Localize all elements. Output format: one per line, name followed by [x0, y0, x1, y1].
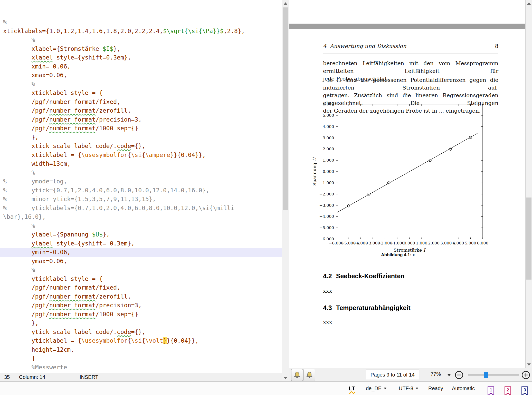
svg-text:−5.000: −5.000 [319, 225, 334, 230]
languagetool-icon[interactable]: LT [349, 382, 355, 395]
code-token: number format [49, 107, 96, 114]
code-line[interactable]: \bar},16.0}, [0, 212, 282, 221]
pdf-running-header: 4 Auswertung und Diskussion 8 [323, 43, 498, 49]
code-line[interactable]: }, [0, 319, 282, 328]
chevron-down-icon [416, 388, 418, 389]
status-line-number: 35 [4, 374, 10, 380]
code-line[interactable]: % [0, 168, 282, 177]
text-line: In ... sind die gemessenen Potentialdiff… [323, 76, 498, 92]
code-line[interactable]: /pgf/number format/fixed, [0, 97, 282, 106]
code-line[interactable]: % [0, 221, 282, 230]
code-editor[interactable]: %xticklabels={1.0,1.2,1.4,1.6,1.8,2.0,2.… [0, 0, 282, 373]
code-token: { [128, 337, 131, 344]
code-line[interactable]: yticklabel = {\usesymbolfor{\si{\volt}}{… [0, 336, 282, 345]
editor-scrollbar[interactable] [282, 0, 289, 381]
zoom-dropdown-icon[interactable] [448, 374, 451, 376]
code-token: { [142, 337, 145, 344]
code-token: ylabel={Spannung [3, 231, 92, 238]
svg-text:0.000: 0.000 [323, 169, 334, 174]
code-line[interactable]: xtick scale label code/.code={}, [0, 142, 282, 151]
code-line[interactable]: /pgf/number format/fixed, [0, 283, 282, 292]
code-line[interactable]: ylabel={Spannung $U$}, [0, 230, 282, 239]
svg-text:1.000: 1.000 [323, 158, 334, 163]
code-line[interactable]: ytick scale label code/.code={}, [0, 328, 282, 337]
code-line[interactable]: width=13cm, [0, 159, 282, 168]
svg-text:3.000: 3.000 [440, 241, 452, 245]
bookmark-2-icon[interactable]: 2 [504, 384, 512, 395]
code-line[interactable]: ymin=-0.06, [0, 248, 282, 257]
code-line[interactable]: /pgf/number format/precision=3, [0, 301, 282, 310]
svg-text:2.000: 2.000 [428, 241, 439, 245]
page-range-field[interactable]: Pages 9 to 11 of 14 [366, 370, 419, 380]
code-line[interactable]: /pgf/number format/1000 sep={} [0, 124, 282, 133]
code-line[interactable]: %Messwerte [0, 363, 282, 372]
code-line[interactable]: % [0, 80, 282, 89]
pdf-scrollbar-thumb[interactable] [526, 198, 531, 280]
code-token: xmin=-0.06, [3, 63, 71, 70]
code-line[interactable]: xlabel={Stromstärke $I$}, [0, 44, 282, 53]
section-title: Seebeck-Koeffizienten [336, 272, 405, 280]
code-line[interactable]: % [0, 18, 282, 27]
editor-scrollbar-thumb[interactable] [283, 7, 288, 210]
code-token: $I$ [103, 45, 113, 52]
svg-text:0.000: 0.000 [404, 241, 415, 245]
code-line[interactable]: xlabel style={yshift=0.3em}, [0, 53, 282, 62]
pdf-scrollbar[interactable] [525, 0, 532, 368]
code-line[interactable]: ylabel style={yshift=-0.3em}, [0, 239, 282, 248]
scroll-up-arrow-icon[interactable] [526, 0, 532, 7]
code-token: \bar},16.0}, [3, 213, 46, 220]
svg-text:−1.000: −1.000 [319, 181, 334, 185]
code-line[interactable]: /pgf/number format/precision=3, [0, 115, 282, 124]
zoom-level[interactable]: 77% [431, 371, 441, 377]
code-line[interactable]: }, [0, 133, 282, 142]
code-line[interactable]: % ytick={0.7,1,2.0,4.0,6.0,8.0,10.0,12.0… [0, 186, 282, 195]
svg-text:6.000: 6.000 [477, 241, 488, 245]
up-triangle-icon [527, 2, 531, 5]
code-line[interactable]: % [0, 35, 282, 44]
notification-bell-button[interactable] [291, 369, 303, 381]
svg-text:1.000: 1.000 [416, 241, 427, 245]
code-line[interactable]: % [0, 265, 282, 274]
code-token: $U$ [92, 231, 103, 238]
code-token: % [3, 81, 35, 87]
code-line[interactable]: xticklabels={1.0,1.2,1.4,1.6,1.8,2.0,2.2… [0, 27, 282, 36]
zoom-slider-thumb[interactable] [484, 372, 488, 378]
bookmark-3-icon[interactable]: 3 [521, 384, 529, 395]
svg-text:−6.000: −6.000 [319, 237, 334, 241]
code-line[interactable]: height=12cm, [0, 345, 282, 354]
code-token: /precision=3, [96, 302, 142, 309]
code-line[interactable]: yticklabel style = { [0, 274, 282, 283]
language-label: de_DE [366, 386, 382, 391]
svg-text:−4.000: −4.000 [319, 214, 334, 219]
code-line[interactable]: ] [0, 354, 282, 363]
svg-text:6.000: 6.000 [323, 102, 334, 106]
scroll-down-arrow-icon[interactable] [282, 375, 289, 381]
code-line[interactable]: xmax=0.06, [0, 71, 282, 80]
zoom-out-button[interactable] [454, 370, 464, 380]
code-line[interactable]: ymax=0.06, [0, 257, 282, 266]
code-token: yticklabel style = { [3, 275, 103, 282]
code-line[interactable]: % minor ytick={1.5,3,5,7,9,11,13,15}, [0, 195, 282, 204]
spellcheck-language-dropdown[interactable]: de_DE [366, 382, 386, 395]
notification-bell-button-2[interactable] [303, 369, 315, 381]
zoom-in-button[interactable] [521, 370, 530, 380]
code-line[interactable]: xmin=-0.06, [0, 62, 282, 71]
code-token: \usesymbolfor [81, 152, 128, 158]
code-line[interactable]: /pgf/number format/1000 sep={} [0, 310, 282, 319]
scroll-down-arrow-icon[interactable] [526, 361, 532, 368]
bell-icon [293, 371, 301, 379]
encoding-dropdown[interactable]: UTF-8 [399, 382, 418, 395]
code-token: % [3, 36, 35, 43]
code-line[interactable]: /pgf/number format/zerofill, [0, 106, 282, 115]
bookmark-1-icon[interactable]: 1 [487, 384, 495, 395]
code-token: /pgf/ [3, 125, 49, 132]
code-line[interactable]: xticklabel style = { [0, 88, 282, 97]
code-line[interactable]: % yticklabels={0.7,1.0,2.0,4.0,6.0,8.0,1… [0, 204, 282, 213]
code-line[interactable]: /pgf/number format/zerofill, [0, 292, 282, 301]
scroll-up-arrow-icon[interactable] [282, 0, 289, 7]
code-token: /precision=3, [96, 116, 142, 123]
line-ending-menu[interactable]: Automatic [452, 382, 475, 395]
code-line[interactable]: % ymode=log, [0, 177, 282, 186]
zoom-slider[interactable] [468, 374, 519, 376]
code-line[interactable]: xticklabel = {\usesymbolfor{\si{\ampere}… [0, 151, 282, 160]
